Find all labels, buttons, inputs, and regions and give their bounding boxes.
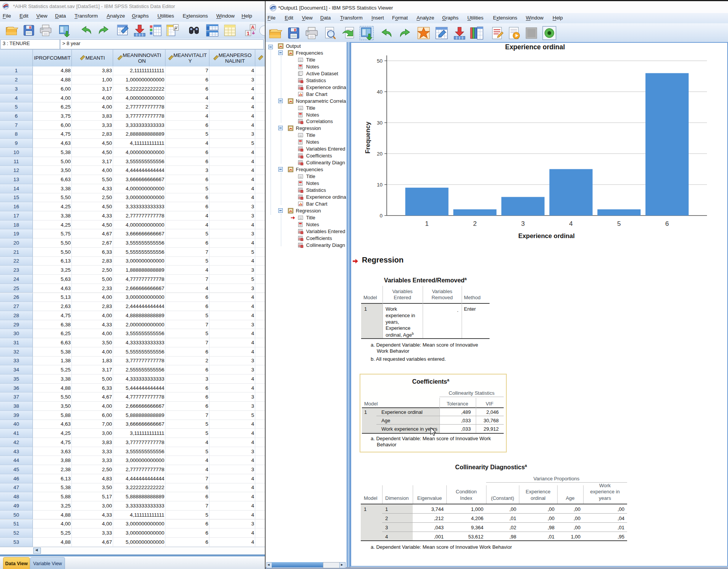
svg-text:0: 0 bbox=[379, 213, 383, 219]
svg-text:μ: μ bbox=[174, 24, 177, 30]
svg-text:Frequency: Frequency bbox=[364, 121, 371, 153]
svg-text:Experience ordinal: Experience ordinal bbox=[518, 232, 575, 239]
svg-text:30: 30 bbox=[377, 120, 383, 126]
svg-text:2: 2 bbox=[473, 220, 477, 227]
svg-text:20: 20 bbox=[377, 151, 383, 157]
svg-text:10: 10 bbox=[377, 182, 383, 188]
svg-text:1: 1 bbox=[247, 31, 250, 36]
svg-text:50: 50 bbox=[377, 58, 383, 64]
svg-text:6: 6 bbox=[665, 220, 669, 227]
svg-text:1: 1 bbox=[425, 220, 428, 227]
svg-text:Experience ordinal: Experience ordinal bbox=[505, 43, 565, 51]
svg-text:4: 4 bbox=[569, 220, 572, 227]
svg-text:40: 40 bbox=[377, 89, 383, 95]
svg-text:3: 3 bbox=[521, 220, 525, 227]
svg-text:A: A bbox=[251, 24, 255, 30]
svg-text:5: 5 bbox=[617, 220, 621, 227]
